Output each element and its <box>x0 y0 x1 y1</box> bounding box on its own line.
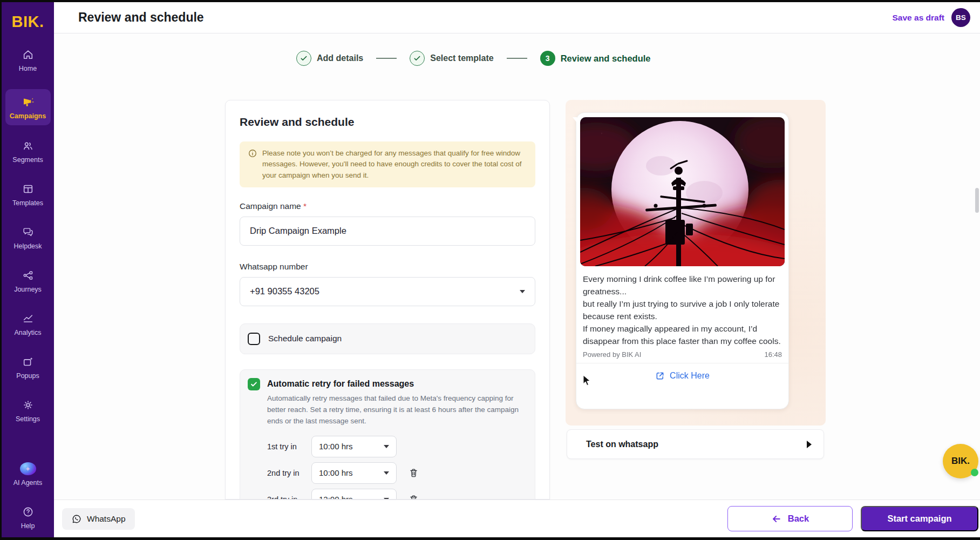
footer-bar: WhatsApp Back Start campaign <box>54 500 980 537</box>
retry-2-label: 2nd try in <box>267 469 304 477</box>
click-here-button[interactable]: Click Here <box>576 363 788 388</box>
sidebar-item-popups[interactable]: Popups <box>5 353 51 382</box>
chevron-down-icon <box>384 471 389 475</box>
retry-3-label: 3rd try in <box>267 495 304 500</box>
expand-arrow-icon <box>807 441 812 448</box>
sidebar-item-segments[interactable]: Segments <box>5 137 51 166</box>
page-title: Review and schedule <box>78 10 204 25</box>
bik-chat-fab[interactable]: BIK. <box>943 444 978 478</box>
required-asterisk: * <box>303 201 307 211</box>
sidebar-item-label: Segments <box>12 156 43 164</box>
whatsapp-preview-panel: Every morning I drink coffee like I’m po… <box>566 100 826 426</box>
external-link-icon <box>655 371 665 381</box>
sidebar-nav: Home Campaigns Segments Templates <box>2 46 54 537</box>
retry-row-3: 3rd try in 12:00 hrs <box>267 489 529 500</box>
sidebar-item-campaigns[interactable]: Campaigns <box>5 89 51 125</box>
schedule-campaign-row[interactable]: Schedule campaign <box>240 323 535 354</box>
whatsapp-channel-button[interactable]: WhatsApp <box>62 508 135 530</box>
retry-3-select[interactable]: 12:00 hrs <box>311 489 397 500</box>
save-as-draft-button[interactable]: Save as draft <box>893 13 945 23</box>
header: Review and schedule Save as draft BS <box>54 2 980 33</box>
auto-retry-checkbox[interactable] <box>248 378 260 390</box>
sidebar-item-help[interactable]: Help <box>5 503 51 532</box>
stepper: Add details Select template 3 Review and… <box>296 51 651 66</box>
check-circle-icon <box>410 51 425 66</box>
sidebar-item-analytics[interactable]: Analytics <box>5 310 51 339</box>
schedule-checkbox[interactable] <box>248 333 260 345</box>
campaign-name-label: Campaign name * <box>240 201 535 211</box>
bik-fab-label: BIK. <box>951 456 970 467</box>
sidebar-item-label: Journeys <box>14 286 42 293</box>
retry-row-2: 2nd try in 10:00 hrs <box>267 462 529 484</box>
sidebar-item-templates[interactable]: Templates <box>5 180 51 209</box>
whatsapp-number-label: Whatsapp number <box>240 262 535 272</box>
retry-1-label: 1st try in <box>267 442 304 451</box>
retry-2-select[interactable]: 10:00 hrs <box>311 462 397 484</box>
step-label: Review and schedule <box>561 53 651 64</box>
message-meta: Powered by BIK AI 16:48 <box>576 347 788 363</box>
sidebar-item-label: Helpdesk <box>13 242 42 250</box>
step-connector <box>507 58 527 59</box>
auto-retry-description: Automatically retry messages that failed… <box>267 393 529 427</box>
whatsapp-number-select[interactable]: +91 90355 43205 <box>240 277 535 306</box>
step-label: Select template <box>430 53 493 63</box>
journeys-icon <box>22 269 34 282</box>
auto-retry-title: Automatic retry for failed messages <box>267 379 529 389</box>
user-avatar[interactable]: BS <box>951 8 970 27</box>
ai-agents-icon: ✦ <box>20 462 36 475</box>
window-border-top <box>0 0 980 2</box>
sidebar-item-helpdesk[interactable]: Helpdesk <box>5 224 51 252</box>
step-review-schedule[interactable]: 3 Review and schedule <box>540 51 651 66</box>
start-campaign-button[interactable]: Start campaign <box>861 506 978 531</box>
popups-icon <box>22 355 34 368</box>
sidebar-item-label: Analytics <box>14 329 41 336</box>
step-number-badge: 3 <box>540 51 555 66</box>
trash-icon[interactable] <box>409 494 419 500</box>
scrollbar-thumb[interactable] <box>975 188 979 213</box>
step-add-details[interactable]: Add details <box>296 51 363 66</box>
sidebar-item-journeys[interactable]: Journeys <box>5 267 51 295</box>
sidebar-item-label: Popups <box>16 372 39 380</box>
message-image <box>580 117 785 266</box>
chevron-down-icon <box>520 290 525 293</box>
bik-logo: BIK. <box>12 13 44 31</box>
help-icon <box>22 505 34 518</box>
campaign-name-input[interactable]: Drip Campaign Example <box>240 217 535 246</box>
sidebar-item-label: Campaigns <box>10 112 46 120</box>
back-button[interactable]: Back <box>727 506 853 531</box>
test-on-whatsapp-row[interactable]: Test on whatsapp <box>567 429 824 459</box>
analytics-icon <box>22 312 34 325</box>
chevron-down-icon <box>384 445 389 448</box>
step-label: Add details <box>317 53 363 63</box>
sidebar-item-ai-agents[interactable]: ✦ AI Agents <box>5 460 51 489</box>
sidebar-item-home[interactable]: Home <box>5 46 51 75</box>
online-status-dot <box>971 469 978 476</box>
info-icon <box>248 148 257 181</box>
retry-1-select[interactable]: 10:00 hrs <box>311 436 397 457</box>
window-border-left <box>0 0 2 540</box>
message-text: Every morning I drink coffee like I’m po… <box>576 266 788 347</box>
powered-by-label: Powered by BIK AI <box>583 350 641 359</box>
timestamp: 16:48 <box>764 350 782 359</box>
sidebar: BIK. Home Campaigns Segments <box>2 2 54 537</box>
trash-icon[interactable] <box>409 468 419 478</box>
helpdesk-icon <box>22 226 34 239</box>
app-window: BIK. Home Campaigns Segments <box>0 0 980 540</box>
message-preview-bubble: Every morning I drink coffee like I’m po… <box>576 112 789 409</box>
sidebar-item-label: Settings <box>16 415 40 423</box>
sidebar-item-label: Help <box>21 522 35 530</box>
auto-retry-panel: Automatic retry for failed messages Auto… <box>240 369 535 500</box>
sidebar-item-label: Templates <box>12 199 43 207</box>
step-select-template[interactable]: Select template <box>410 51 493 66</box>
schedule-label: Schedule campaign <box>268 334 342 343</box>
megaphone-icon <box>22 96 35 109</box>
step-connector <box>376 58 397 59</box>
review-form-card: Review and schedule Please note you won’… <box>225 100 550 500</box>
home-icon <box>22 48 34 61</box>
test-on-whatsapp-label: Test on whatsapp <box>586 440 658 449</box>
sidebar-item-settings[interactable]: Settings <box>5 396 51 425</box>
template-icon <box>22 183 34 195</box>
bubble-tail <box>573 117 577 123</box>
form-title: Review and schedule <box>240 116 535 129</box>
billing-notice: Please note you won’t be charged for any… <box>240 141 535 187</box>
